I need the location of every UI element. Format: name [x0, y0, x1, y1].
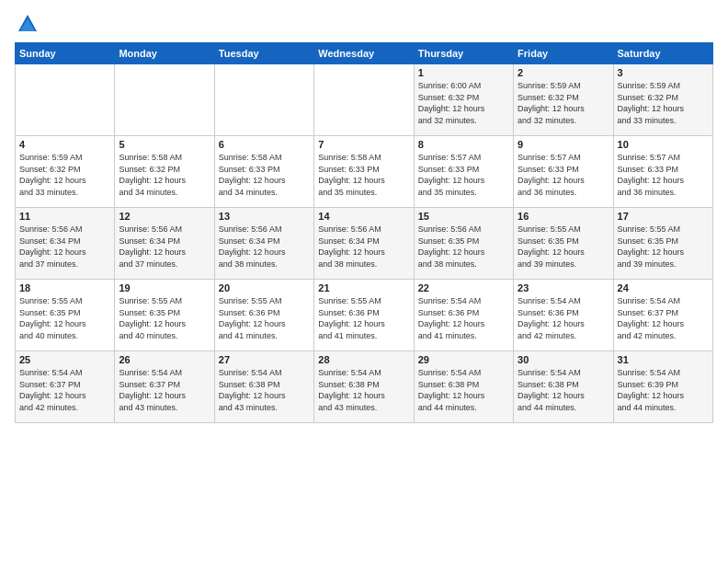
day-number: 25 — [19, 354, 110, 365]
day-number: 1 — [418, 67, 509, 78]
day-details: Sunrise: 5:56 AM Sunset: 6:34 PM Dayligh… — [318, 224, 409, 270]
day-details: Sunrise: 5:54 AM Sunset: 6:38 PM Dayligh… — [418, 367, 509, 413]
week-row-5: 25Sunrise: 5:54 AM Sunset: 6:37 PM Dayli… — [16, 351, 713, 423]
calendar-cell: 15Sunrise: 5:56 AM Sunset: 6:35 PM Dayli… — [414, 208, 513, 280]
day-details: Sunrise: 5:54 AM Sunset: 6:38 PM Dayligh… — [219, 367, 310, 413]
calendar-cell: 9Sunrise: 5:57 AM Sunset: 6:33 PM Daylig… — [514, 136, 613, 208]
calendar-cell — [314, 64, 414, 136]
day-details: Sunrise: 5:55 AM Sunset: 6:36 PM Dayligh… — [219, 295, 310, 341]
logo-icon — [15, 11, 40, 37]
day-number: 13 — [219, 211, 310, 222]
week-row-4: 18Sunrise: 5:55 AM Sunset: 6:35 PM Dayli… — [16, 280, 713, 351]
day-number: 17 — [618, 211, 709, 222]
logo — [15, 11, 44, 37]
day-details: Sunrise: 5:56 AM Sunset: 6:34 PM Dayligh… — [219, 224, 310, 270]
calendar-cell: 30Sunrise: 5:54 AM Sunset: 6:38 PM Dayli… — [514, 351, 613, 423]
week-row-1: 1Sunrise: 6:00 AM Sunset: 6:32 PM Daylig… — [16, 64, 713, 136]
day-details: Sunrise: 5:56 AM Sunset: 6:35 PM Dayligh… — [418, 224, 509, 270]
calendar-cell: 20Sunrise: 5:55 AM Sunset: 6:36 PM Dayli… — [214, 280, 313, 351]
day-number: 31 — [618, 354, 709, 365]
day-number: 30 — [518, 354, 609, 365]
calendar-cell: 7Sunrise: 5:58 AM Sunset: 6:33 PM Daylig… — [314, 136, 414, 208]
day-details: Sunrise: 6:00 AM Sunset: 6:32 PM Dayligh… — [418, 80, 509, 126]
day-number: 10 — [618, 139, 709, 150]
week-row-2: 4Sunrise: 5:59 AM Sunset: 6:32 PM Daylig… — [16, 136, 713, 208]
calendar-cell: 24Sunrise: 5:54 AM Sunset: 6:37 PM Dayli… — [613, 280, 712, 351]
calendar-cell: 12Sunrise: 5:56 AM Sunset: 6:34 PM Dayli… — [115, 208, 214, 280]
day-number: 29 — [418, 354, 509, 365]
day-number: 15 — [418, 211, 509, 222]
calendar-cell: 8Sunrise: 5:57 AM Sunset: 6:33 PM Daylig… — [414, 136, 513, 208]
day-details: Sunrise: 5:54 AM Sunset: 6:39 PM Dayligh… — [618, 367, 709, 413]
day-details: Sunrise: 5:59 AM Sunset: 6:32 PM Dayligh… — [19, 152, 110, 198]
col-header-thursday: Thursday — [414, 43, 513, 64]
col-header-sunday: Sunday — [16, 43, 115, 64]
day-details: Sunrise: 5:55 AM Sunset: 6:35 PM Dayligh… — [618, 224, 709, 270]
calendar-cell: 23Sunrise: 5:54 AM Sunset: 6:36 PM Dayli… — [514, 280, 613, 351]
day-details: Sunrise: 5:54 AM Sunset: 6:38 PM Dayligh… — [318, 367, 409, 413]
day-details: Sunrise: 5:59 AM Sunset: 6:32 PM Dayligh… — [618, 80, 709, 126]
col-header-tuesday: Tuesday — [214, 43, 313, 64]
calendar-cell: 19Sunrise: 5:55 AM Sunset: 6:35 PM Dayli… — [115, 280, 214, 351]
day-details: Sunrise: 5:54 AM Sunset: 6:37 PM Dayligh… — [19, 367, 110, 413]
day-number: 5 — [119, 139, 210, 150]
day-number: 4 — [19, 139, 110, 150]
day-details: Sunrise: 5:57 AM Sunset: 6:33 PM Dayligh… — [418, 152, 509, 198]
day-number: 3 — [618, 67, 709, 78]
day-number: 2 — [518, 67, 609, 78]
day-details: Sunrise: 5:55 AM Sunset: 6:35 PM Dayligh… — [19, 295, 110, 341]
day-number: 21 — [318, 282, 409, 293]
day-details: Sunrise: 5:56 AM Sunset: 6:34 PM Dayligh… — [119, 224, 210, 270]
calendar-cell: 14Sunrise: 5:56 AM Sunset: 6:34 PM Dayli… — [314, 208, 414, 280]
calendar-cell: 28Sunrise: 5:54 AM Sunset: 6:38 PM Dayli… — [314, 351, 414, 423]
day-details: Sunrise: 5:54 AM Sunset: 6:38 PM Dayligh… — [518, 367, 609, 413]
calendar-cell: 18Sunrise: 5:55 AM Sunset: 6:35 PM Dayli… — [16, 280, 115, 351]
day-number: 18 — [19, 282, 110, 293]
calendar-cell: 27Sunrise: 5:54 AM Sunset: 6:38 PM Dayli… — [214, 351, 313, 423]
calendar-cell — [16, 64, 115, 136]
col-header-monday: Monday — [115, 43, 214, 64]
day-details: Sunrise: 5:54 AM Sunset: 6:36 PM Dayligh… — [518, 295, 609, 341]
day-number: 19 — [119, 282, 210, 293]
calendar-cell: 26Sunrise: 5:54 AM Sunset: 6:37 PM Dayli… — [115, 351, 214, 423]
day-number: 11 — [19, 211, 110, 222]
day-number: 27 — [219, 354, 310, 365]
day-number: 6 — [219, 139, 310, 150]
calendar-cell: 16Sunrise: 5:55 AM Sunset: 6:35 PM Dayli… — [514, 208, 613, 280]
day-number: 26 — [119, 354, 210, 365]
day-details: Sunrise: 5:57 AM Sunset: 6:33 PM Dayligh… — [518, 152, 609, 198]
day-number: 7 — [318, 139, 409, 150]
day-details: Sunrise: 5:55 AM Sunset: 6:35 PM Dayligh… — [119, 295, 210, 341]
day-details: Sunrise: 5:55 AM Sunset: 6:36 PM Dayligh… — [318, 295, 409, 341]
day-number: 23 — [518, 282, 609, 293]
calendar-header-row: SundayMondayTuesdayWednesdayThursdayFrid… — [16, 43, 713, 64]
calendar-cell: 3Sunrise: 5:59 AM Sunset: 6:32 PM Daylig… — [613, 64, 712, 136]
day-details: Sunrise: 5:54 AM Sunset: 6:37 PM Dayligh… — [119, 367, 210, 413]
calendar-cell: 25Sunrise: 5:54 AM Sunset: 6:37 PM Dayli… — [16, 351, 115, 423]
day-number: 24 — [618, 282, 709, 293]
day-details: Sunrise: 5:58 AM Sunset: 6:33 PM Dayligh… — [219, 152, 310, 198]
calendar-cell: 22Sunrise: 5:54 AM Sunset: 6:36 PM Dayli… — [414, 280, 513, 351]
day-number: 12 — [119, 211, 210, 222]
day-number: 22 — [418, 282, 509, 293]
day-details: Sunrise: 5:56 AM Sunset: 6:34 PM Dayligh… — [19, 224, 110, 270]
day-number: 20 — [219, 282, 310, 293]
calendar-cell: 31Sunrise: 5:54 AM Sunset: 6:39 PM Dayli… — [613, 351, 712, 423]
calendar-cell: 2Sunrise: 5:59 AM Sunset: 6:32 PM Daylig… — [514, 64, 613, 136]
page: SundayMondayTuesdayWednesdayThursdayFrid… — [0, 0, 728, 563]
day-details: Sunrise: 5:58 AM Sunset: 6:32 PM Dayligh… — [119, 152, 210, 198]
week-row-3: 11Sunrise: 5:56 AM Sunset: 6:34 PM Dayli… — [16, 208, 713, 280]
day-details: Sunrise: 5:55 AM Sunset: 6:35 PM Dayligh… — [518, 224, 609, 270]
calendar-cell: 29Sunrise: 5:54 AM Sunset: 6:38 PM Dayli… — [414, 351, 513, 423]
day-number: 16 — [518, 211, 609, 222]
day-details: Sunrise: 5:54 AM Sunset: 6:37 PM Dayligh… — [618, 295, 709, 341]
header — [15, 11, 713, 37]
calendar-cell: 10Sunrise: 5:57 AM Sunset: 6:33 PM Dayli… — [613, 136, 712, 208]
day-details: Sunrise: 5:58 AM Sunset: 6:33 PM Dayligh… — [318, 152, 409, 198]
calendar-cell: 21Sunrise: 5:55 AM Sunset: 6:36 PM Dayli… — [314, 280, 414, 351]
day-number: 28 — [318, 354, 409, 365]
calendar-cell: 11Sunrise: 5:56 AM Sunset: 6:34 PM Dayli… — [16, 208, 115, 280]
col-header-saturday: Saturday — [613, 43, 712, 64]
calendar-cell: 17Sunrise: 5:55 AM Sunset: 6:35 PM Dayli… — [613, 208, 712, 280]
calendar-cell — [214, 64, 313, 136]
